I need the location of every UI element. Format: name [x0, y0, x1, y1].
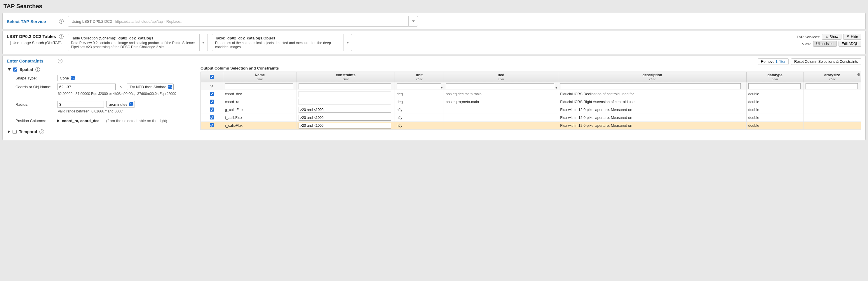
- filter-input[interactable]: [806, 83, 858, 89]
- constraints-input[interactable]: [299, 123, 391, 129]
- filter-cell[interactable]: [804, 82, 861, 90]
- column-header[interactable]: constraintschar: [297, 72, 395, 82]
- funnel-icon[interactable]: ⧩: [210, 84, 214, 88]
- tap-service-select[interactable]: Using LSST DP0.2 DC2 https://data.lsst.c…: [68, 16, 418, 27]
- chevron-down-icon[interactable]: [408, 16, 417, 26]
- cursor-icon: ↖: [120, 85, 123, 89]
- help-icon[interactable]: ?: [39, 130, 44, 134]
- cell-datatype: double: [746, 122, 804, 130]
- table-name: dp02_dc2_catalogs.Object: [227, 36, 275, 40]
- select-all-checkbox[interactable]: [210, 75, 214, 79]
- cell-arraysize: [804, 122, 861, 130]
- temporal-checkbox[interactable]: [12, 130, 17, 134]
- radius-input[interactable]: [57, 101, 104, 108]
- tap-services-label: TAP Services:: [797, 35, 820, 39]
- table-row[interactable]: r_calibFluxnJyFlux within 12.0-pixel ape…: [201, 122, 861, 130]
- filter-input[interactable]: [560, 83, 741, 89]
- table-select[interactable]: Table: dp02_dc2_catalogs.Object Properti…: [212, 34, 352, 51]
- column-header[interactable]: datatypechar: [746, 72, 804, 82]
- constraints-input[interactable]: [299, 115, 391, 121]
- edit-adql-button[interactable]: Edit ADQL: [839, 41, 861, 47]
- cell-description: Flux within 12.0-pixel aperture. Measure…: [558, 122, 746, 130]
- help-icon[interactable]: ?: [59, 19, 64, 24]
- chevron-down-icon[interactable]: ▼: [555, 86, 557, 89]
- schema-select[interactable]: Table Collection (Schema): dp02_dc2_cata…: [68, 34, 208, 51]
- obstap-checkbox[interactable]: [7, 41, 11, 45]
- spatial-label: Spatial: [20, 67, 33, 72]
- filter-input[interactable]: [748, 83, 801, 89]
- filter-input[interactable]: [446, 83, 554, 89]
- tables-panel: LSST DP0.2 DC2 Tables ? Use Image Search…: [2, 31, 866, 54]
- obstap-toggle[interactable]: Use Image Search (ObsTAP): [7, 40, 64, 45]
- cell-ucd: pos.eq.ra;meta.main: [444, 98, 558, 106]
- filter-cell[interactable]: [297, 82, 395, 90]
- table-row[interactable]: coord_decdegpos.eq.dec;meta.mainFiducial…: [201, 90, 861, 98]
- filter-input[interactable]: [225, 83, 293, 89]
- column-header[interactable]: unitchar: [395, 72, 444, 82]
- chevron-down-icon[interactable]: [343, 34, 352, 51]
- row-checkbox[interactable]: [210, 123, 214, 128]
- filter-cell[interactable]: [746, 82, 804, 90]
- collapse-toggle-icon[interactable]: [8, 68, 11, 71]
- table-prefix: Table:: [215, 36, 225, 40]
- select-service-panel: Select TAP Service ? Using LSST DP0.2 DC…: [2, 13, 866, 30]
- shape-type-label: Shape Type:: [16, 76, 55, 80]
- temporal-label: Temporal: [19, 130, 37, 134]
- shape-type-select[interactable]: Cone ⌃⌄: [57, 75, 76, 81]
- expand-toggle-icon[interactable]: [8, 130, 10, 133]
- gear-icon[interactable]: ⚙: [857, 73, 860, 77]
- remove-filter-button[interactable]: Remove 1 filter: [758, 58, 788, 65]
- obstap-label: Use Image Search (ObsTAP): [12, 40, 62, 45]
- help-icon[interactable]: ?: [35, 67, 40, 72]
- expand-toggle-icon[interactable]: [57, 119, 60, 122]
- hide-button[interactable]: Hide: [843, 34, 861, 40]
- constraints-input[interactable]: [299, 99, 391, 105]
- filter-cell[interactable]: [558, 82, 746, 90]
- constraints-label: Enter Constraints: [7, 58, 55, 63]
- ui-assisted-button[interactable]: UI assisted: [813, 41, 837, 47]
- row-checkbox[interactable]: [210, 92, 214, 96]
- radius-label: Radius:: [16, 102, 55, 107]
- chevron-down-icon[interactable]: ▼: [440, 86, 443, 89]
- table-row[interactable]: g_calibFluxnJyFlux within 12.0-pixel ape…: [201, 106, 861, 114]
- row-checkbox[interactable]: [210, 100, 214, 104]
- chevron-down-icon[interactable]: [199, 34, 208, 51]
- cell-datatype: double: [746, 98, 804, 106]
- column-header[interactable]: Namechar: [223, 72, 297, 82]
- column-header[interactable]: ucdchar: [444, 72, 558, 82]
- filter-input[interactable]: [397, 83, 441, 89]
- table-desc: Properties of the astronomical objects d…: [215, 41, 341, 49]
- constraints-input[interactable]: [299, 91, 391, 97]
- help-icon[interactable]: ?: [58, 59, 62, 63]
- filter-input[interactable]: [299, 83, 391, 89]
- coords-note: 62.00000, -37.00000 Equ J2000 or 4h08m00…: [58, 92, 193, 96]
- select-service-label: Select TAP Service: [7, 19, 55, 24]
- cell-constraints: [297, 98, 395, 106]
- cell-description: Flux within 12.0-pixel aperture. Measure…: [558, 114, 746, 122]
- table-row[interactable]: coord_radegpos.eq.ra;meta.mainFiducial I…: [201, 98, 861, 106]
- row-checkbox[interactable]: [210, 108, 214, 112]
- position-cols-value: coord_ra, coord_dec: [62, 119, 99, 123]
- table-row[interactable]: i_calibFluxnJyFlux within 12.0-pixel ape…: [201, 114, 861, 122]
- reset-columns-button[interactable]: Reset Column Selections & Constraints: [791, 58, 861, 65]
- spatial-checkbox[interactable]: [13, 67, 17, 72]
- page-title: TAP Searches: [0, 0, 868, 12]
- show-button[interactable]: Show: [822, 34, 841, 40]
- column-header[interactable]: descriptionchar: [558, 72, 746, 82]
- filter-cell[interactable]: ▼: [395, 82, 444, 90]
- cell-datatype: double: [746, 90, 804, 98]
- cell-arraysize: [804, 98, 861, 106]
- radius-unit-select[interactable]: arcminutes ⌃⌄: [106, 101, 135, 108]
- coords-input[interactable]: [57, 84, 116, 90]
- column-header[interactable]: arraysizechar: [804, 72, 861, 82]
- filter-cell[interactable]: ▼: [444, 82, 558, 90]
- help-icon[interactable]: ?: [59, 34, 64, 39]
- double-chevron-up-icon: [846, 35, 849, 39]
- row-checkbox[interactable]: [210, 115, 214, 119]
- cell-constraints: [297, 114, 395, 122]
- constraints-input[interactable]: [299, 107, 391, 113]
- filter-cell[interactable]: [223, 82, 297, 90]
- try-resolver-select[interactable]: Try NED then Simbad ⌃⌄: [127, 84, 174, 90]
- view-label: View:: [802, 42, 811, 46]
- position-cols-note: (from the selected table on the right): [106, 119, 167, 123]
